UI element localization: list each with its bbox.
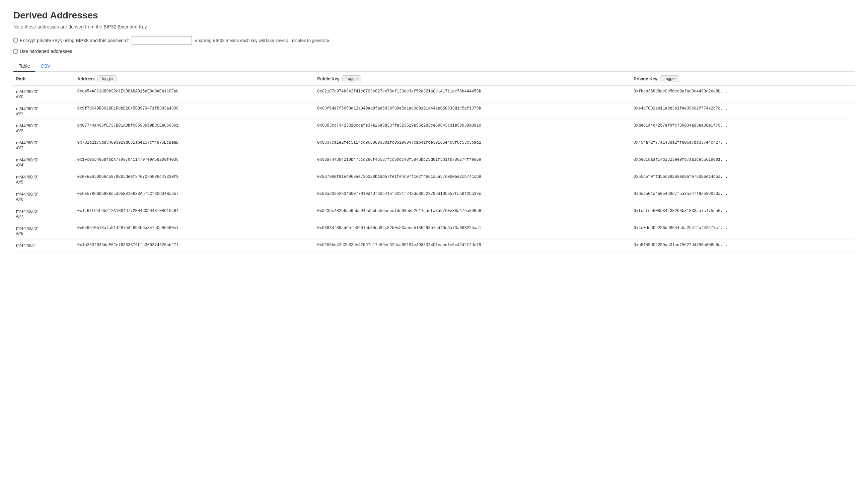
cell-address: 0xCE578666b988dcd95B81e633A57dCf30dd4Bca… xyxy=(75,188,314,205)
bip38-password-input[interactable] xyxy=(132,36,192,45)
addresses-table: Path Address Toggle Public Key Toggle xyxy=(13,72,855,252)
cell-address: 0xc454A8C1d89b92c1EbD8A8AD15eE8d9AE4110F… xyxy=(75,86,314,103)
cell-public-key: 0x03f64e7f56f0d12a849ad9fae503bf89e5d1ac… xyxy=(314,103,631,120)
col-public-key: Public Key Toggle xyxy=(314,72,631,86)
bip38-checkbox[interactable] xyxy=(13,38,18,42)
toggle-public-key-button[interactable]: Toggle xyxy=(342,75,361,82)
cell-private-key: 0xde61a4c4267ef9fc730034a93ea08e1f76... xyxy=(631,120,855,137)
table-row: m/44'/60'/0'/0/8 0x046510b18afa5142875AF… xyxy=(13,222,855,239)
page-title: Derived Addresses xyxy=(13,10,855,21)
cell-path: m/44'/60'/0'/0/8 xyxy=(13,222,75,239)
cell-path: m/44'/60'/0'/0/1 xyxy=(13,103,75,120)
col-path: Path xyxy=(13,72,75,86)
cell-address: 0x0FEE65Db66c59798b5deef84670F6086c43330… xyxy=(75,171,314,188)
col-public-key-label: Public Key xyxy=(317,76,339,81)
cell-address: 0x1b263f035AcE62e76383B75ffc300374626bbF… xyxy=(75,239,314,252)
cell-path: m/44'/60'/0'/0/7 xyxy=(13,205,75,222)
toggle-private-key-button[interactable]: Toggle xyxy=(660,75,679,82)
table-row: m/44'/60'/0'/0/1 0x9f7dC4BF8028D1FdbE2C4… xyxy=(13,103,855,120)
cell-public-key: 0x0337ca1e2fec5a14cd9668803801fc06196047… xyxy=(314,137,631,154)
cell-path: m/44'/60'/0'/0/4 xyxy=(13,154,75,171)
cell-address: 0x07744a405fE737B01ADbf085989b9b3CEe8668… xyxy=(75,120,314,137)
cell-path: m/44'/60'/0'/0/0 xyxy=(13,86,75,103)
cell-public-key: 0x03798ef91e4069ae73b220b19da7fe1fe4c97f… xyxy=(314,171,631,188)
table-row: m/44'/60'/0'/0/3 0x732d2175d854893929d05… xyxy=(13,137,855,154)
col-address: Address Toggle xyxy=(75,72,314,86)
col-private-key: Private Key Toggle xyxy=(631,72,855,86)
cell-public-key: 0x03a744394210b475cd286f46587fcc80cc48f5… xyxy=(314,154,631,171)
col-private-key-label: Private Key xyxy=(633,76,657,81)
cell-public-key: 0x02187c974b342f41c8703e827ce79ef123ec3e… xyxy=(314,86,631,103)
tab-table[interactable]: Table xyxy=(13,61,35,72)
page-subtitle: Note these addresses are derived from th… xyxy=(13,24,855,30)
cell-public-key: 0x0239c48256ae9bb594adebbe56acecfdc93e55… xyxy=(314,205,631,222)
table-row: m/44'/60'/0'/0/0 0xc454A8C1d89b92c1EbD8A… xyxy=(13,86,855,103)
cell-path: m/44'/60'/ xyxy=(13,239,75,252)
cell-path: m/44'/60'/0'/0/2 xyxy=(13,120,75,137)
cell-private-key: 0x4c0dcd0e256dd8644c5a2b4f2af42577cf... xyxy=(631,222,855,239)
table-row: m/44'/60'/0'/0/2 0x07744a405fE737B01ADbf… xyxy=(13,120,855,137)
cell-address: 0x9f7dC4BF8028D1FdbE2C45DB979471fB883a48… xyxy=(75,103,314,120)
cell-address: 0x1Fc0554868f6bA7799704114797e9A58209f40… xyxy=(75,154,314,171)
table-row: m/44'/60'/0'/0/6 0xCE578666b988dcd95B81e… xyxy=(13,188,855,205)
cell-path: m/44'/60'/0'/0/5 xyxy=(13,171,75,188)
cell-private-key: 0xb5155d02259ab31ad79622d4790a606b8d... xyxy=(631,239,855,252)
table-row: m/44'/60'/0'/0/7 0x1F6ffC4F65212A1004D77… xyxy=(13,205,855,222)
table-row: m/44'/60'/0'/0/4 0x1Fc0554868f6bA7799704… xyxy=(13,154,855,171)
cell-private-key: 0x454a72f77a1438a2ff806a7bd337e4c427... xyxy=(631,137,855,154)
cell-private-key: 0xfbcb368d8ac0b50cc9efac8c4490c2ea8b... xyxy=(631,86,855,103)
hardened-checkbox[interactable] xyxy=(13,49,18,54)
hardened-label: Use hardened addresses xyxy=(20,49,72,54)
tab-csv[interactable]: CSV xyxy=(35,61,56,71)
col-path-label: Path xyxy=(16,76,25,81)
bip38-option: Encrypt private keys using BIP38 and thi… xyxy=(13,38,129,43)
cell-private-key: 0x55d5f9ffd56c39260eb9afe76d96d14cba... xyxy=(631,171,855,188)
cell-address: 0x732d2175d854893929d051abe157cf4875EcBe… xyxy=(75,137,314,154)
cell-private-key: 0xe4d7031a411a9b3b1fae396c2ff74e2b7d... xyxy=(631,103,855,120)
cell-path: m/44'/60'/0'/0/3 xyxy=(13,137,75,154)
cell-public-key: 0x03ad32e2e3460077910dfdf63c41ef8221f243… xyxy=(314,188,631,205)
tab-bar: Table CSV xyxy=(13,61,855,72)
cell-private-key: 0xfccfea608e34238266b31833aa7c475ea0... xyxy=(631,205,855,222)
cell-address: 0x046510b18afa5142875AF6D4b6a847eCe96460… xyxy=(75,222,314,239)
table-row: m/44'/60'/ 0x1b263f035AcE62e76383B75ffc3… xyxy=(13,239,855,252)
cell-public-key: 0x0303cc73423810cdafe37a26a5d337fa323629… xyxy=(314,120,631,137)
bip38-hint: Enabling BIP38 means each key will take … xyxy=(194,38,330,43)
cell-path: m/44'/60'/0'/0/6 xyxy=(13,188,75,205)
cell-private-key: 0xb8818aaf14b2323ee9fd7aa3ce55619c81... xyxy=(631,154,855,171)
toggle-address-button[interactable]: Toggle xyxy=(98,75,117,82)
addresses-table-container: Path Address Toggle Public Key Toggle xyxy=(13,72,855,252)
bip38-label: Encrypt private keys using BIP38 and thi… xyxy=(20,38,129,43)
table-row: m/44'/60'/0'/0/5 0x0FEE65Db66c59798b5dee… xyxy=(13,171,855,188)
cell-public-key: 0x03834f89ad65fe3601bb89dd82c82b0c53aeed… xyxy=(314,222,631,239)
cell-address: 0x1F6ffC4F65212A1004D772E04C0DD43f08C1Cc… xyxy=(75,205,314,222)
col-address-label: Address xyxy=(77,76,95,81)
cell-private-key: 0xdea501c4b05468d7f5a8aa47f9ee89020a... xyxy=(631,188,855,205)
hardened-option: Use hardened addresses xyxy=(13,49,72,54)
cell-public-key: 0x0206bd42d2b63de42097d17a59ec32dca69194… xyxy=(314,239,631,252)
